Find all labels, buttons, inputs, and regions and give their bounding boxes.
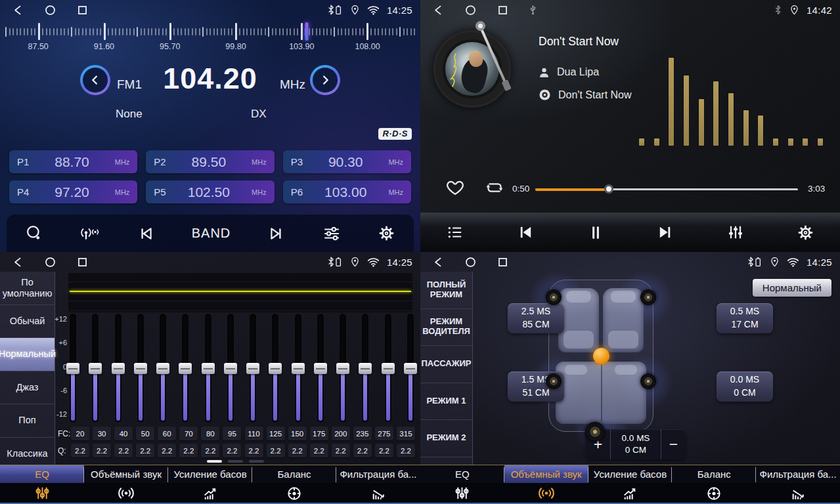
mode-item[interactable]: РЕЖИМ ВОДИТЕЛЯ xyxy=(420,309,472,346)
preset-button-p4[interactable]: P497.20MHz xyxy=(9,180,137,203)
fc-value-box[interactable]: 80 xyxy=(201,427,219,440)
fc-value-box[interactable]: 275 xyxy=(375,427,393,440)
q-value-box[interactable]: 2.2 xyxy=(332,444,350,457)
equalizer-icon[interactable] xyxy=(726,223,745,242)
repeat-icon[interactable] xyxy=(483,178,506,197)
home-icon[interactable] xyxy=(464,256,477,268)
slider-thumb[interactable] xyxy=(359,363,372,374)
frequency-ruler[interactable] xyxy=(5,22,415,41)
pause-icon[interactable] xyxy=(587,223,604,242)
decrease-delay-button[interactable]: − xyxy=(661,429,686,459)
back-icon[interactable] xyxy=(432,256,445,268)
rear-right-speaker[interactable] xyxy=(640,373,656,389)
eq-band-slider[interactable] xyxy=(272,314,278,423)
tab-filter[interactable]: Фильтрация ба... xyxy=(756,465,840,483)
q-value-box[interactable]: 2.2 xyxy=(158,444,176,457)
q-value-box[interactable]: 2.2 xyxy=(288,444,307,457)
fc-value-box[interactable]: 60 xyxy=(158,427,176,440)
eq-band-slider[interactable] xyxy=(182,314,188,423)
tab-bass-boost[interactable]: Усиление басов xyxy=(168,465,252,483)
recents-icon[interactable] xyxy=(497,256,509,268)
slider-thumb[interactable] xyxy=(382,363,395,374)
broadcast-icon[interactable] xyxy=(79,224,100,242)
q-value-box[interactable]: 2.2 xyxy=(375,444,393,457)
album-art[interactable] xyxy=(433,30,511,108)
q-value-box[interactable]: 2.2 xyxy=(245,444,263,457)
fc-value-box[interactable]: 20 xyxy=(71,427,89,440)
delay-box-front-right[interactable]: 0.5 MS17 CM xyxy=(717,303,773,333)
subwoofer-speaker[interactable] xyxy=(585,422,605,442)
eq-band-slider[interactable] xyxy=(340,314,346,423)
page-dash[interactable] xyxy=(228,460,243,463)
mode-item[interactable]: ПОЛНЫЙ РЕЖИМ xyxy=(420,272,472,309)
preset-button-p6[interactable]: P6103.00MHz xyxy=(283,180,411,203)
slider-thumb[interactable] xyxy=(246,363,259,374)
bass-boost-icon[interactable] xyxy=(168,483,252,503)
fc-value-box[interactable]: 200 xyxy=(332,427,350,440)
back-icon[interactable] xyxy=(432,4,445,16)
q-value-box[interactable]: 2.2 xyxy=(223,444,241,457)
previous-track-icon[interactable] xyxy=(516,223,535,242)
eq-band-slider[interactable] xyxy=(160,314,166,423)
eq-band-slider[interactable] xyxy=(295,314,301,423)
eq-band-slider[interactable] xyxy=(250,314,256,423)
recents-icon[interactable] xyxy=(76,256,89,268)
favorite-heart-icon[interactable] xyxy=(445,178,465,196)
slider-thumb[interactable] xyxy=(224,363,237,374)
fc-value-box[interactable]: 150 xyxy=(288,427,307,440)
surround-icon[interactable] xyxy=(504,483,588,503)
preset-button-p2[interactable]: P289.50MHz xyxy=(146,150,274,173)
eq-preset-item[interactable]: Поп xyxy=(0,404,55,438)
fc-value-box[interactable]: 125 xyxy=(267,427,285,440)
fc-value-box[interactable]: 70 xyxy=(179,427,198,440)
filter-icon[interactable] xyxy=(756,483,840,503)
eq-band-slider[interactable] xyxy=(407,314,414,423)
eq-icon[interactable] xyxy=(0,483,84,503)
eq-band-slider[interactable] xyxy=(317,314,324,423)
q-value-box[interactable]: 2.2 xyxy=(93,444,111,457)
eq-band-slider[interactable] xyxy=(362,314,368,423)
q-value-box[interactable]: 2.2 xyxy=(310,444,328,457)
eq-preset-item[interactable]: По умолчанию xyxy=(0,272,55,305)
eq-band-slider[interactable] xyxy=(115,314,122,423)
recents-icon[interactable] xyxy=(76,4,89,16)
recents-icon[interactable] xyxy=(497,4,509,16)
tab-balance[interactable]: Баланс xyxy=(252,465,336,483)
tune-up-button[interactable] xyxy=(310,65,340,95)
q-value-box[interactable]: 2.2 xyxy=(353,444,372,457)
eq-band-slider[interactable] xyxy=(385,314,391,423)
balance-icon[interactable] xyxy=(672,483,756,503)
audio-settings-icon[interactable] xyxy=(322,225,342,242)
slider-thumb[interactable] xyxy=(292,363,305,374)
fc-value-box[interactable]: 235 xyxy=(353,427,372,440)
balance-icon[interactable] xyxy=(252,483,336,503)
settings-gear-icon[interactable] xyxy=(797,224,814,242)
q-value-box[interactable]: 2.2 xyxy=(71,444,89,457)
fc-value-box[interactable]: 50 xyxy=(136,427,154,440)
slider-thumb[interactable] xyxy=(269,363,282,374)
home-icon[interactable] xyxy=(44,4,56,16)
slider-thumb[interactable] xyxy=(179,363,192,374)
page-dash[interactable] xyxy=(207,460,222,463)
page-dash[interactable] xyxy=(249,460,264,463)
progress-handle[interactable] xyxy=(604,184,613,194)
eq-preset-item[interactable]: Нормальный xyxy=(0,338,55,371)
eq-band-slider[interactable] xyxy=(70,314,76,423)
next-track-icon[interactable] xyxy=(655,223,675,242)
q-value-box[interactable]: 2.2 xyxy=(267,444,285,457)
tune-down-button[interactable] xyxy=(80,65,110,95)
home-icon[interactable] xyxy=(464,4,477,16)
listening-position-marker[interactable] xyxy=(593,348,609,364)
back-icon[interactable] xyxy=(12,4,24,16)
progress-bar[interactable] xyxy=(535,188,798,190)
front-right-speaker[interactable] xyxy=(640,289,656,305)
back-icon[interactable] xyxy=(12,256,24,268)
fc-value-box[interactable]: 95 xyxy=(223,427,241,440)
slider-thumb[interactable] xyxy=(112,363,125,374)
tab-eq[interactable]: EQ xyxy=(0,465,84,483)
eq-band-slider[interactable] xyxy=(137,314,144,423)
playlist-icon[interactable] xyxy=(446,224,464,241)
tab-eq[interactable]: EQ xyxy=(420,465,504,483)
front-left-speaker[interactable] xyxy=(546,289,562,305)
home-icon[interactable] xyxy=(44,256,56,268)
